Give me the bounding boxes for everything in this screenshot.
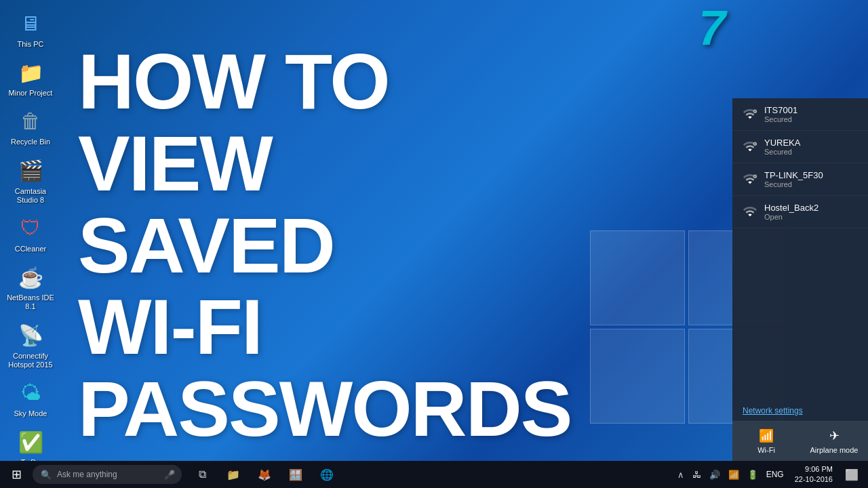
wifi-network-tp-link[interactable]: TP-LINK_5F30 Secured bbox=[732, 163, 868, 196]
desktop-icon-minor-project[interactable]: 📁 Minor Project bbox=[3, 56, 58, 101]
icon-img-todo: ✅ bbox=[17, 428, 44, 455]
main-title-line2: VIEW bbox=[78, 123, 571, 205]
icon-img-skymode: 🌤 bbox=[17, 380, 44, 407]
main-title-line5: PASSWORDS bbox=[78, 368, 571, 450]
icon-label-camtasia: Camtasia Studio 8 bbox=[7, 187, 54, 205]
tray-wifi-icon[interactable]: 📶 bbox=[726, 467, 742, 483]
tray-language[interactable]: ENG bbox=[764, 467, 787, 482]
main-title-line3: SAVED bbox=[78, 205, 571, 287]
wifi-network-yureka[interactable]: YUREKA Secured bbox=[732, 131, 868, 163]
desktop-icon-skymode[interactable]: 🌤 Sky Mode bbox=[3, 376, 58, 422]
airplane-button-label: Airplane mode bbox=[810, 446, 859, 454]
wifi-bottom-buttons: 📶 Wi-Fi ✈ Airplane mode bbox=[732, 421, 868, 461]
ms-store-button[interactable]: 🪟 bbox=[281, 461, 311, 488]
main-title-overlay: HOW TO VIEW SAVED Wi-Fi PASSWORDS bbox=[78, 41, 571, 450]
desktop-icon-todo[interactable]: ✅ To Do bbox=[3, 425, 58, 461]
icon-img-minor-project: 📁 bbox=[17, 59, 44, 86]
search-icon: 🔍 bbox=[41, 470, 52, 480]
task-view-button[interactable]: ⧉ bbox=[187, 461, 217, 488]
search-bar[interactable]: 🔍 🎤 bbox=[33, 465, 182, 484]
desktop-icon-netbeans[interactable]: ☕ NetBeans IDE 8.1 bbox=[3, 260, 58, 314]
tray-network-icon[interactable]: 🖧 bbox=[690, 467, 704, 483]
tray-battery-icon[interactable]: 🔋 bbox=[745, 467, 761, 483]
logo-number: 7 bbox=[698, 3, 726, 52]
wifi-network-hostel[interactable]: Hostel_Back2 Open bbox=[732, 196, 868, 228]
icon-img-camtasia: 🎬 bbox=[17, 157, 44, 184]
icon-img-connectify: 📡 bbox=[17, 322, 44, 349]
microphone-icon[interactable]: 🎤 bbox=[164, 470, 175, 480]
firefox-button[interactable]: 🦊 bbox=[250, 461, 279, 488]
wifi-toggle-icon: 📶 bbox=[759, 428, 774, 443]
wifi-status-hostel: Open bbox=[764, 213, 818, 221]
icon-label-minor-project: Minor Project bbox=[9, 89, 53, 98]
icon-label-skymode: Sky Mode bbox=[14, 409, 47, 418]
desktop-icon-ccleaner[interactable]: 🛡 CCleaner bbox=[3, 211, 58, 257]
desktop-icon-connectify[interactable]: 📡 Connectify Hotspot 2015 bbox=[3, 319, 58, 373]
system-tray: ∧ 🖧 🔊 📶 🔋 ENG 9:06 PM 22-10-2016 ⬜ bbox=[669, 461, 868, 488]
wifi-name-yureka: YUREKA bbox=[764, 138, 800, 148]
tray-up-arrow[interactable]: ∧ bbox=[675, 467, 687, 483]
airplane-icon: ✈ bbox=[829, 428, 840, 443]
desktop-icon-recycle-bin[interactable]: 🗑 Recycle Bin bbox=[3, 104, 58, 150]
wifi-status-yureka: Secured bbox=[764, 148, 800, 156]
wifi-network-list: ITS7001 Secured YUREKA Secured TP-LI bbox=[732, 98, 868, 228]
system-clock[interactable]: 9:06 PM 22-10-2016 bbox=[789, 464, 838, 485]
icon-img-ccleaner: 🛡 bbox=[17, 215, 44, 242]
wifi-name-hostel: Hostel_Back2 bbox=[764, 203, 818, 213]
icon-label-this-pc: This PC bbox=[17, 40, 43, 49]
network-settings-link[interactable]: Network settings bbox=[732, 401, 868, 421]
desktop-icon-camtasia[interactable]: 🎬 Camtasia Studio 8 bbox=[3, 154, 58, 208]
tray-volume-icon[interactable]: 🔊 bbox=[707, 467, 723, 483]
desktop-icon-this-pc[interactable]: 🖥 This PC bbox=[3, 7, 58, 52]
wifi-status-its7001: Secured bbox=[764, 115, 797, 123]
desktop: 🖥 This PC 📁 Minor Project 🗑 Recycle Bin … bbox=[0, 0, 868, 461]
wifi-name-its7001: ITS7001 bbox=[764, 105, 797, 115]
icon-img-netbeans: ☕ bbox=[17, 264, 44, 291]
taskbar-app-buttons: ⧉ 📁 🦊 🪟 🌐 bbox=[187, 461, 342, 488]
channel-logo: 7 bbox=[698, 3, 726, 52]
chrome-button[interactable]: 🌐 bbox=[312, 461, 342, 488]
notification-center-button[interactable]: ⬜ bbox=[841, 466, 863, 484]
search-input[interactable] bbox=[57, 470, 159, 479]
wifi-name-tp-link: TP-LINK_5F30 bbox=[764, 170, 823, 180]
main-title-line4: Wi-Fi bbox=[78, 286, 571, 368]
icon-label-connectify: Connectify Hotspot 2015 bbox=[7, 352, 54, 369]
clock-time: 9:06 PM bbox=[805, 464, 833, 474]
wifi-button-label: Wi-Fi bbox=[757, 446, 775, 454]
start-button[interactable]: ⊞ bbox=[0, 461, 33, 488]
icon-label-netbeans: NetBeans IDE 8.1 bbox=[7, 293, 54, 311]
taskbar: ⊞ 🔍 🎤 ⧉ 📁 🦊 🪟 🌐 ∧ 🖧 🔊 📶 🔋 ENG 9:06 PM 22… bbox=[0, 461, 868, 488]
icon-img-this-pc: 🖥 bbox=[17, 10, 44, 37]
main-title-line1: HOW TO bbox=[78, 41, 571, 123]
icon-label-ccleaner: CCleaner bbox=[15, 245, 46, 253]
wifi-network-its7001[interactable]: ITS7001 Secured bbox=[732, 98, 868, 131]
wifi-panel: ITS7001 Secured YUREKA Secured TP-LI bbox=[732, 98, 868, 461]
airplane-mode-button[interactable]: ✈ Airplane mode bbox=[800, 422, 868, 461]
icon-img-recycle-bin: 🗑 bbox=[17, 108, 44, 135]
icon-label-recycle-bin: Recycle Bin bbox=[11, 138, 50, 146]
desktop-icons: 🖥 This PC 📁 Minor Project 🗑 Recycle Bin … bbox=[0, 0, 61, 461]
wifi-toggle-button[interactable]: 📶 Wi-Fi bbox=[732, 422, 800, 461]
clock-date: 22-10-2016 bbox=[795, 474, 833, 485]
file-explorer-button[interactable]: 📁 bbox=[218, 461, 248, 488]
wifi-status-tp-link: Secured bbox=[764, 180, 823, 188]
